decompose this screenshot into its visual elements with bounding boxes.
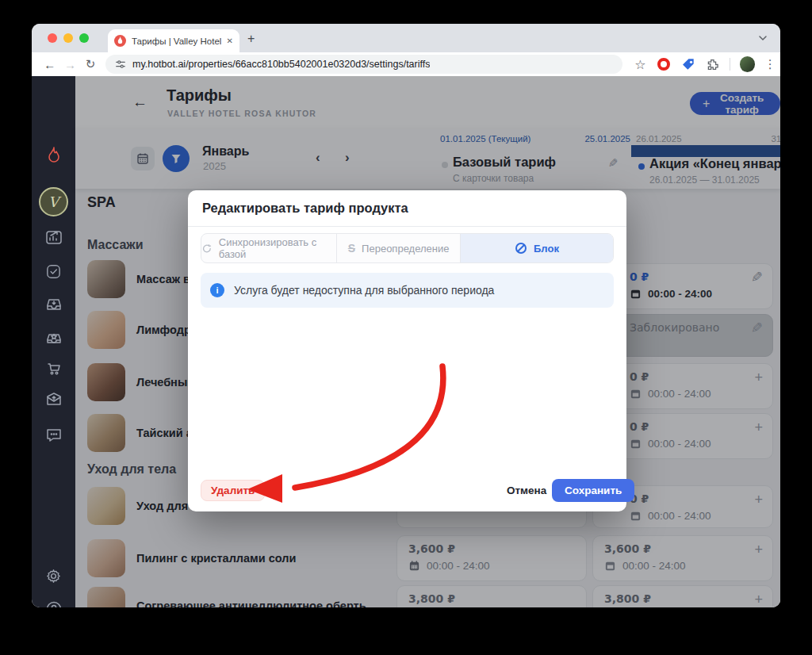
tasks-check-icon[interactable] xyxy=(32,258,75,285)
info-icon: i xyxy=(210,283,224,297)
sync-icon xyxy=(201,243,213,255)
browser-window: Тарифы | Valley Hotel Rosa K ✕ + ← → ↻ m… xyxy=(32,24,780,607)
mail-upload-icon[interactable] xyxy=(32,386,75,413)
app-sidebar: V xyxy=(32,76,75,607)
screenshot-canvas: Тарифы | Valley Hotel Rosa K ✕ + ← → ↻ m… xyxy=(0,0,812,655)
tab-block[interactable]: Блок xyxy=(461,234,613,262)
browser-forward-icon[interactable]: → xyxy=(60,58,81,71)
browser-back-icon[interactable]: ← xyxy=(40,58,60,71)
toolbar-divider xyxy=(730,58,730,71)
save-button[interactable]: Сохранить xyxy=(552,479,634,502)
settings-gear-icon[interactable] xyxy=(32,562,75,589)
tab-search-chevron-icon[interactable] xyxy=(758,32,768,46)
browser-reload-icon[interactable]: ↻ xyxy=(80,57,101,71)
browser-tab[interactable]: Тарифы | Valley Hotel Rosa K ✕ xyxy=(108,29,239,52)
info-text: Услуга будет недоступна для выбранного п… xyxy=(234,284,494,297)
extension-tag-icon[interactable] xyxy=(682,58,695,71)
cancel-button[interactable]: Отмена xyxy=(496,479,557,502)
block-icon xyxy=(515,242,527,255)
site-info-icon[interactable] xyxy=(115,59,126,70)
analytics-icon[interactable] xyxy=(32,224,75,251)
info-banner: i Услуга будет недоступна для выбранного… xyxy=(201,273,614,308)
bookmark-star-icon[interactable]: ☆ xyxy=(630,57,651,72)
tab-sync-with-base[interactable]: Синхронизировать с базой xyxy=(201,234,337,262)
hotbot-flame-logo-icon xyxy=(32,142,75,169)
new-tab-button[interactable]: + xyxy=(247,32,255,46)
cart-icon[interactable] xyxy=(32,355,75,382)
loyalty-star-tray-icon[interactable] xyxy=(32,324,75,351)
extensions-puzzle-icon[interactable] xyxy=(706,58,719,71)
extension-opera-icon[interactable] xyxy=(657,58,670,71)
edit-tariff-modal: Редактировать тариф продукта Синхронизир… xyxy=(188,190,626,511)
mac-minimize-button[interactable] xyxy=(63,33,73,43)
modal-title: Редактировать тариф продукта xyxy=(188,190,626,227)
url-text: my.hotbot.ai/properties/66acc810bb540200… xyxy=(132,59,431,70)
inbox-download-icon[interactable] xyxy=(32,291,75,318)
property-avatar[interactable]: V xyxy=(39,187,68,216)
profile-icon[interactable] xyxy=(32,596,75,607)
close-tab-icon[interactable]: ✕ xyxy=(227,36,233,45)
mac-close-button[interactable] xyxy=(48,33,57,43)
override-icon: S xyxy=(348,242,355,255)
mode-tabs: Синхронизировать с базой S Переопределен… xyxy=(201,233,614,263)
address-bar[interactable]: my.hotbot.ai/properties/66acc810bb540200… xyxy=(105,55,622,74)
chat-icon[interactable] xyxy=(32,421,75,448)
browser-tabstrip: Тарифы | Valley Hotel Rosa K ✕ + xyxy=(32,24,780,52)
browser-menu-icon[interactable]: ⋮ xyxy=(760,57,780,71)
tab-override[interactable]: S Переопределение xyxy=(337,234,461,262)
mac-zoom-button[interactable] xyxy=(79,33,89,43)
delete-button[interactable]: Удалить xyxy=(201,480,265,501)
browser-toolbar: ← → ↻ my.hotbot.ai/properties/66acc810bb… xyxy=(32,52,780,76)
profile-avatar[interactable] xyxy=(740,56,756,72)
tab-title: Тарифы | Valley Hotel Rosa K xyxy=(132,36,221,46)
site-favicon-icon xyxy=(114,35,126,47)
